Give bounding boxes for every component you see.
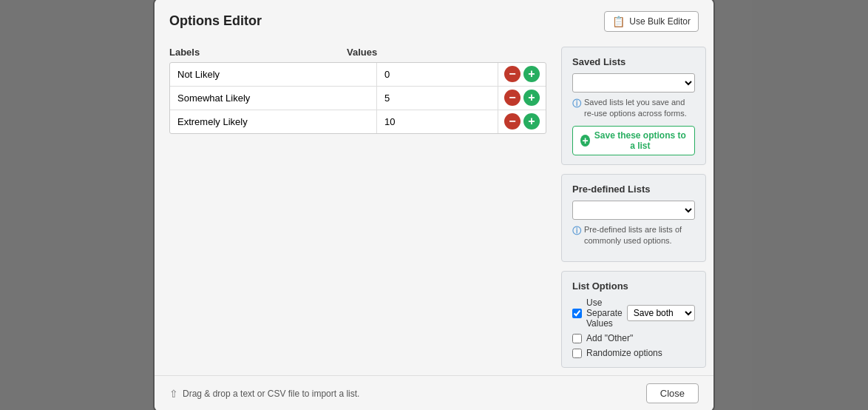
label-cell-2 — [170, 110, 377, 133]
list-options-section: List Options Use Separate Values Save bo… — [561, 271, 706, 368]
left-panel: Labels Values − + — [169, 47, 546, 369]
value-input-1[interactable] — [377, 87, 498, 110]
upload-icon: ⇧ — [169, 388, 178, 400]
right-panel: Saved Lists ⓘ Saved lists let you save a… — [561, 47, 706, 369]
column-headers: Labels Values — [169, 47, 546, 58]
drag-drop-info: ⇧ Drag & drop a text or CSV file to impo… — [169, 388, 359, 400]
add-other-label: Add "Other" — [586, 333, 633, 343]
table-row: − + — [170, 110, 546, 133]
value-cell-0 — [377, 63, 498, 86]
row-actions-0: − + — [498, 63, 546, 85]
bulk-editor-label: Use Bulk Editor — [629, 16, 691, 27]
value-cell-2 — [377, 110, 498, 133]
remove-row-button-1[interactable]: − — [504, 90, 521, 106]
values-column-header: Values — [347, 47, 546, 58]
remove-row-button-2[interactable]: − — [504, 113, 521, 130]
copy-icon: 📋 — [612, 16, 625, 27]
use-separate-values-row: Use Separate Values Save both Labels onl… — [572, 298, 695, 329]
randomize-options-row: Randomize options — [572, 348, 695, 358]
row-actions-1: − + — [498, 87, 546, 109]
randomize-options-label: Randomize options — [586, 348, 662, 358]
label-input-0[interactable] — [170, 63, 376, 86]
options-editor-modal: Options Editor 📋 Use Bulk Editor Labels … — [153, 0, 715, 410]
predefined-lists-select[interactable] — [572, 201, 695, 220]
modal-header: Options Editor 📋 Use Bulk Editor — [155, 0, 713, 39]
value-cell-1 — [377, 87, 498, 110]
modal-body: Labels Values − + — [155, 39, 713, 376]
saved-lists-select[interactable] — [572, 73, 695, 93]
modal-footer: ⇧ Drag & drop a text or CSV file to impo… — [155, 375, 713, 410]
use-separate-values-checkbox[interactable] — [572, 309, 582, 318]
remove-row-button-0[interactable]: − — [504, 66, 521, 82]
randomize-options-checkbox[interactable] — [572, 349, 582, 358]
save-to-list-button[interactable]: + Save these options to a list — [572, 126, 695, 155]
info-icon-2: ⓘ — [572, 225, 581, 238]
predefined-lists-title: Pre-defined Lists — [572, 184, 695, 195]
modal-title: Options Editor — [169, 13, 262, 29]
list-options-title: List Options — [572, 280, 695, 292]
add-other-checkbox[interactable] — [572, 334, 582, 343]
saved-lists-section: Saved Lists ⓘ Saved lists let you save a… — [561, 47, 706, 165]
predefined-lists-info-text: Pre-defined lists are lists of commonly … — [584, 224, 695, 247]
options-table: − + − + — [169, 62, 546, 134]
predefined-lists-section: Pre-defined Lists ⓘ Pre-defined lists ar… — [561, 174, 706, 263]
bulk-editor-button[interactable]: 📋 Use Bulk Editor — [604, 11, 699, 32]
labels-column-header: Labels — [169, 47, 347, 58]
add-other-row: Add "Other" — [572, 333, 695, 343]
add-row-button-2[interactable]: + — [523, 113, 540, 130]
add-row-button-0[interactable]: + — [523, 66, 540, 82]
label-cell-1 — [170, 87, 377, 110]
modal-overlay: Options Editor 📋 Use Bulk Editor Labels … — [0, 0, 868, 410]
table-row: − + — [170, 87, 546, 110]
saved-lists-info: ⓘ Saved lists let you save and re-use op… — [572, 97, 695, 120]
saved-lists-title: Saved Lists — [572, 56, 695, 67]
save-both-select[interactable]: Save both Labels only Values only — [627, 305, 695, 321]
table-row: − + — [170, 63, 546, 87]
saved-lists-info-text: Saved lists let you save and re-use opti… — [584, 97, 695, 120]
value-input-2[interactable] — [377, 110, 498, 133]
label-input-1[interactable] — [170, 87, 376, 110]
value-input-0[interactable] — [377, 63, 498, 86]
use-separate-values-label: Use Separate Values — [586, 298, 623, 329]
add-row-button-1[interactable]: + — [523, 90, 540, 106]
save-to-list-label: Save these options to a list — [594, 130, 687, 151]
drag-drop-text: Drag & drop a text or CSV file to import… — [183, 389, 359, 399]
label-input-2[interactable] — [170, 110, 376, 133]
label-cell-0 — [170, 63, 377, 86]
row-actions-2: − + — [498, 110, 546, 132]
info-icon: ⓘ — [572, 98, 581, 110]
close-button[interactable]: Close — [646, 383, 699, 403]
predefined-lists-info: ⓘ Pre-defined lists are lists of commonl… — [572, 224, 695, 247]
plus-icon: + — [580, 135, 590, 147]
